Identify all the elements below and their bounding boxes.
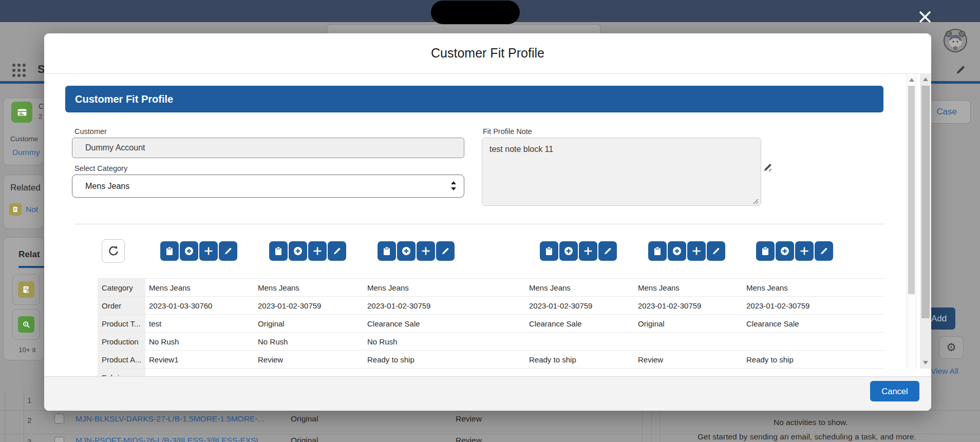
table-row: Fabric — [98, 368, 883, 376]
row-number: 2 — [27, 416, 31, 425]
profile-cell: Ready to ship — [746, 351, 794, 369]
row-header: Order — [98, 297, 145, 315]
scrollbar-thumb[interactable] — [921, 86, 930, 318]
pencil-icon-button[interactable] — [219, 241, 237, 261]
record-link[interactable]: MJN-BLKSLV-DARKS-27-L/B-1.5MORE-1.5MORE-… — [76, 414, 265, 424]
customer-label: Customer — [74, 127, 107, 136]
plus-icon-button[interactable] — [417, 241, 435, 261]
record-subtitle-fragment: 2 — [39, 112, 42, 120]
note-label: Fit Profile Note — [483, 127, 532, 136]
profile-cell: Ready to ship — [367, 351, 414, 369]
scroll-down-icon[interactable] — [923, 361, 928, 364]
profile-cell: 2023-01-02-30759 — [638, 297, 701, 315]
profile-cell: Mens Jeans — [746, 279, 788, 297]
customer-record-link[interactable]: Dummy — [12, 148, 40, 157]
plus-icon-button[interactable] — [308, 241, 327, 261]
profile-cell: Clearance Sale — [746, 315, 799, 333]
profile-cell: No Rush — [367, 333, 397, 351]
profile-cell: Review — [258, 351, 283, 369]
clipboard-icon-button[interactable] — [540, 241, 558, 261]
customer-fit-profile-modal: Customer Fit Profile Customer Fit Profil… — [44, 33, 931, 411]
plus-icon-button[interactable] — [579, 241, 597, 261]
circle-plus-icon-button[interactable] — [559, 241, 578, 261]
profile-cell: 2023-01-02-30759 — [529, 297, 592, 315]
column-toolbar-group-6 — [756, 241, 833, 261]
tab-active-underline — [18, 266, 45, 268]
circle-plus-icon-button[interactable] — [776, 241, 794, 261]
note-edit-pencil-icon[interactable] — [762, 162, 774, 175]
pencil-icon-button[interactable] — [436, 241, 455, 261]
profile-cell: Mens Jeans — [367, 279, 409, 297]
record-type-cell: Original — [291, 436, 318, 442]
row-header: Fabric — [98, 369, 145, 376]
plus-icon-button[interactable] — [687, 241, 706, 261]
divider — [74, 224, 884, 224]
customer-input[interactable] — [72, 138, 464, 158]
divider — [44, 73, 931, 74]
refresh-button[interactable] — [102, 239, 125, 263]
inner-scrollbar[interactable] — [907, 74, 916, 369]
app-launcher-icon[interactable] — [12, 63, 27, 81]
scroll-up-icon[interactable] — [923, 78, 928, 81]
pencil-icon-button[interactable] — [815, 241, 833, 261]
cancel-button[interactable]: Cancel — [870, 381, 919, 401]
column-toolbar-group-3 — [378, 241, 455, 261]
profile-cell: Original — [638, 315, 665, 333]
select-spinner-icon[interactable] — [451, 181, 456, 190]
profile-cell: 2023-01-02-30759 — [258, 297, 321, 315]
close-icon[interactable] — [917, 9, 933, 25]
pencil-icon-button[interactable] — [707, 241, 725, 261]
view-all-link[interactable]: View All — [931, 367, 958, 376]
note-textarea[interactable]: test note block 11 — [482, 138, 761, 206]
category-select[interactable]: Mens Jeans — [72, 175, 464, 198]
notes-list-icon — [18, 281, 34, 298]
edit-pencil-icon[interactable] — [954, 64, 967, 78]
table-row: Product T... test Original Clearance Sal… — [98, 314, 883, 333]
measurements-icon — [18, 316, 34, 333]
clipboard-icon-button[interactable] — [756, 241, 775, 261]
profile-cell: Original — [258, 315, 285, 333]
record-link[interactable]: MJN-PSOFT-MIDS-26-L/B-3/8LESS-3/8LESS-EX… — [76, 436, 267, 442]
table-row: Order 2023-01-03-30760 2023-01-02-30759 … — [98, 296, 883, 315]
pencil-icon-button[interactable] — [598, 241, 617, 261]
activities-hint-text: Get started by sending an email, schedul… — [698, 432, 916, 441]
row-checkbox[interactable] — [54, 414, 64, 424]
gear-icon-button[interactable]: ⚙ — [939, 336, 964, 359]
clipboard-icon-button[interactable] — [648, 241, 667, 261]
profile-cell: Mens Jeans — [638, 279, 680, 297]
user-avatar[interactable] — [943, 28, 968, 55]
redacted-tab-blob — [431, 1, 520, 24]
circle-plus-icon-button[interactable] — [180, 241, 198, 261]
modal-footer — [44, 376, 931, 411]
row-header: Category — [98, 279, 145, 297]
clipboard-icon-button[interactable] — [160, 241, 179, 261]
profile-cell: Clearance Sale — [367, 315, 420, 333]
items-count-label: 10+ it — [18, 346, 35, 354]
clipboard-icon-button[interactable] — [269, 241, 288, 261]
no-activities-text: No activities to show. — [774, 418, 848, 427]
textarea-resize-handle[interactable] — [751, 197, 759, 207]
category-selected-value: Mens Jeans — [85, 182, 129, 190]
tab-related[interactable]: Relat — [18, 249, 40, 260]
column-toolbar-group-1 — [160, 241, 237, 261]
outer-scrollbar[interactable] — [920, 73, 931, 369]
plus-icon-button[interactable] — [199, 241, 218, 261]
screen: S C 2 Custome Dummy Related Not Relat 10… — [0, 0, 980, 442]
pencil-icon-button[interactable] — [328, 241, 346, 261]
related-heading: Related — [10, 183, 41, 193]
profile-cell: Mens Jeans — [529, 279, 571, 297]
profile-cell: No Rush — [149, 333, 179, 351]
notes-link[interactable]: Not — [26, 205, 38, 214]
row-checkbox[interactable] — [54, 437, 64, 442]
scroll-up-icon[interactable] — [909, 78, 914, 82]
column-toolbar-group-5 — [648, 241, 725, 261]
plus-icon-button[interactable] — [795, 241, 814, 261]
modal-title: Customer Fit Profile — [44, 46, 931, 61]
profile-cell: 2023-01-02-30759 — [367, 297, 430, 315]
profile-cell: 2023-01-02-30759 — [746, 297, 809, 315]
circle-plus-icon-button[interactable] — [668, 241, 686, 261]
clipboard-icon-button[interactable] — [378, 241, 396, 261]
circle-plus-icon-button[interactable] — [289, 241, 307, 261]
scrollbar-thumb[interactable] — [908, 86, 915, 294]
circle-plus-icon-button[interactable] — [397, 241, 416, 261]
